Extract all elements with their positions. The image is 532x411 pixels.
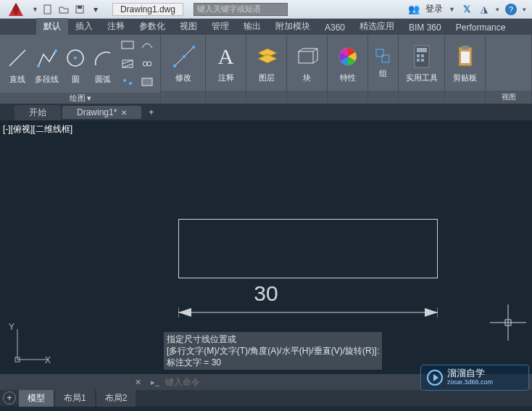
tab-new-button[interactable]: + — [143, 106, 159, 119]
tab-layout1[interactable]: 布局1 — [55, 390, 95, 407]
watermark-url: zixue.3d66.com — [447, 378, 493, 387]
region-icon[interactable] — [138, 74, 156, 90]
viewport-label[interactable]: [-][俯视][二维线框] — [3, 123, 72, 136]
login-button[interactable]: 登录 — [425, 3, 443, 15]
colorwheel-icon — [336, 42, 359, 71]
panel-block-title — [287, 91, 327, 104]
qat-dropdown-icon[interactable]: ▾ — [89, 3, 102, 16]
group-button[interactable]: 组 — [372, 46, 395, 79]
svg-rect-16 — [142, 78, 152, 86]
paste-button[interactable]: 剪贴板 — [451, 42, 480, 83]
quick-access-toolbar: ▾ — [41, 3, 102, 16]
panel-block: 块 — [287, 35, 328, 104]
block-button[interactable]: 块 — [293, 42, 322, 83]
panel-utilities: 实用工具 — [399, 35, 445, 104]
clipboard-icon — [454, 42, 477, 71]
app-logo[interactable] — [0, 0, 32, 19]
circle-button[interactable]: 圆 — [64, 43, 87, 85]
command-tooltip: 指定尺寸线位置或 [多行文字(M)/文字(T)/角度(A)/水平(H)/垂直(V… — [164, 332, 382, 370]
svg-rect-9 — [122, 60, 133, 67]
tab-addins[interactable]: 附加模块 — [268, 18, 317, 35]
rectangle-icon[interactable] — [119, 38, 136, 54]
tab-output[interactable]: 输出 — [236, 18, 268, 35]
svg-point-7 — [74, 57, 77, 59]
cmdline-close-icon[interactable]: ✕ — [130, 376, 145, 388]
search-input[interactable]: 键入关键字或短语 — [194, 3, 288, 16]
share-icon[interactable]: ◮ — [478, 4, 490, 15]
panel-utilities-title — [399, 91, 444, 104]
svg-rect-29 — [417, 59, 420, 62]
text-button[interactable]: A 注释 — [212, 42, 241, 83]
panel-clipboard: 剪贴板 — [445, 35, 486, 104]
save-icon[interactable] — [73, 3, 86, 16]
tab-insert[interactable]: 插入 — [68, 18, 100, 35]
tab-start[interactable]: 开始 — [14, 105, 61, 120]
tab-annotate[interactable]: 注释 — [100, 18, 132, 35]
panel-group-title — [368, 91, 398, 104]
polyline-button[interactable]: 多段线 — [34, 43, 59, 85]
dimension-line — [178, 307, 438, 329]
modify-button[interactable]: 修改 — [169, 42, 198, 83]
move-icon — [172, 42, 195, 71]
hatch-icon[interactable] — [119, 56, 136, 72]
tab-default[interactable]: 默认 — [36, 18, 68, 35]
add-layout-button[interactable]: + — [3, 391, 16, 404]
svg-line-3 — [9, 50, 25, 66]
line-icon — [6, 43, 29, 72]
svg-rect-30 — [421, 59, 424, 62]
close-icon[interactable]: ✕ — [121, 109, 127, 117]
ribbon-tabs: 默认 插入 注释 参数化 视图 管理 输出 附加模块 A360 精选应用 BIM… — [0, 19, 532, 35]
panel-view: 视图 — [486, 35, 532, 104]
spline-icon[interactable] — [138, 56, 156, 72]
panel-clipboard-title — [445, 91, 485, 104]
svg-line-10 — [122, 60, 133, 64]
tab-model[interactable]: 模型 — [19, 390, 54, 407]
svg-line-11 — [122, 64, 133, 67]
tab-featured[interactable]: 精选应用 — [352, 18, 402, 35]
calculator-icon — [410, 42, 433, 71]
panel-draw-title[interactable]: 绘图 ▾ — [0, 93, 160, 104]
tab-view[interactable]: 视图 — [173, 18, 204, 35]
point-icon[interactable] — [119, 74, 136, 90]
tab-bim360[interactable]: BIM 360 — [402, 20, 449, 35]
watermark: 溜溜自学 zixue.3d66.com — [420, 365, 529, 391]
exchange-icon[interactable]: 𝕏 — [461, 4, 473, 15]
svg-rect-2 — [78, 6, 82, 9]
panel-properties: 特性 — [328, 35, 368, 104]
help-icon[interactable]: ? — [505, 4, 517, 15]
open-icon[interactable] — [57, 3, 70, 16]
tab-parametric[interactable]: 参数化 — [132, 18, 173, 35]
ellipse-icon[interactable] — [138, 38, 156, 54]
tab-performance[interactable]: Performance — [449, 20, 513, 35]
drawing-canvas[interactable]: [-][俯视][二维线框] 30 Y X 指定尺寸线位置或 [多行文字(M)/文… — [0, 120, 532, 374]
svg-point-4 — [37, 65, 40, 67]
svg-rect-32 — [462, 46, 469, 49]
tab-layout2[interactable]: 布局2 — [96, 390, 136, 407]
arc-button[interactable]: 圆弧 — [91, 43, 115, 85]
watermark-brand: 溜溜自学 — [447, 368, 493, 378]
new-icon[interactable] — [41, 3, 54, 16]
panel-draw: 直线 多段线 圆 圆弧 绘图 ▾ — [0, 35, 161, 104]
drawn-rectangle — [178, 219, 438, 278]
workspace-tabs: + 模型 布局1 布局2 — [0, 390, 532, 406]
title-bar: ▼ ▾ Drawing1.dwg 键入关键字或短语 👥 登录 ▼ 𝕏 ◮ ▾ ?… — [0, 0, 532, 19]
properties-button[interactable]: 特性 — [333, 42, 362, 83]
document-title: Drawing1.dwg — [112, 3, 183, 16]
layer-button[interactable]: 图层 — [252, 42, 281, 83]
cmdline-chevron-icon[interactable]: ▸_ — [149, 376, 161, 388]
line-button[interactable]: 直线 — [4, 43, 30, 85]
user-icon[interactable]: 👥 — [408, 4, 420, 15]
svg-rect-26 — [417, 48, 427, 52]
ucs-icon: Y X — [10, 323, 54, 367]
panel-layer-title — [246, 91, 286, 104]
document-tabs: 开始 Drawing1*✕ + — [0, 104, 532, 120]
circle-icon — [64, 43, 87, 72]
layer-icon — [255, 42, 278, 71]
utilities-button[interactable]: 实用工具 — [403, 42, 440, 83]
svg-rect-28 — [421, 54, 424, 57]
panel-modify-title — [161, 91, 205, 104]
tab-manage[interactable]: 管理 — [204, 18, 236, 35]
tab-drawing1[interactable]: Drawing1*✕ — [62, 106, 141, 119]
tab-a360[interactable]: A360 — [317, 20, 352, 35]
polyline-icon — [36, 43, 59, 72]
